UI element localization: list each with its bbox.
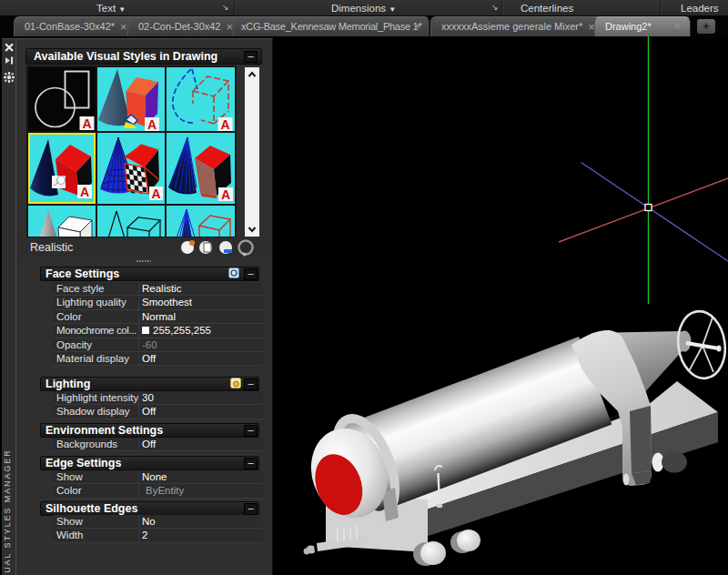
svg-text:A: A xyxy=(80,185,89,199)
svg-text:A: A xyxy=(151,187,160,201)
svg-text:A: A xyxy=(82,116,91,131)
svg-text:A: A xyxy=(220,117,229,131)
svg-text:A: A xyxy=(147,117,157,131)
svg-text:A: A xyxy=(221,187,230,202)
